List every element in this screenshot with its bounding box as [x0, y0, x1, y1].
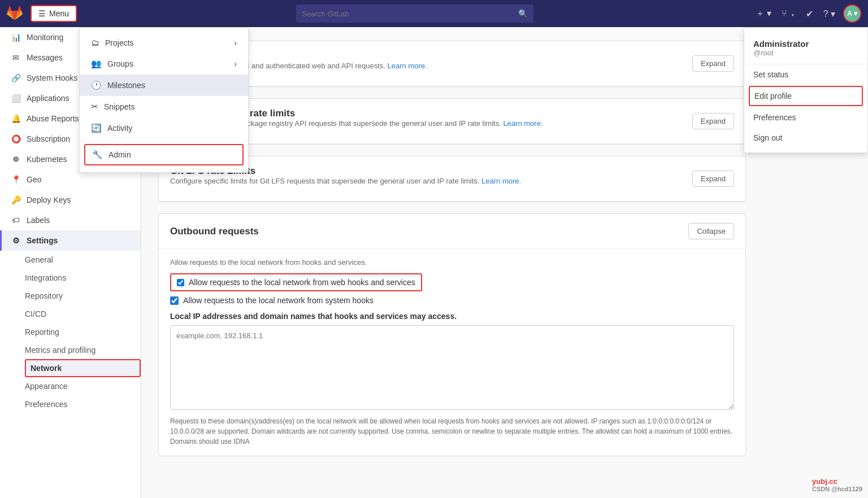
projects-icon: 🗂	[91, 38, 99, 47]
ip-rate-limits-learn-more[interactable]: Learn more.	[388, 62, 427, 70]
watermark-main: yubj.cc	[812, 477, 837, 486]
abuse-icon: 🔔	[11, 114, 21, 123]
sub-integrations[interactable]: Integrations	[25, 269, 141, 287]
sub-network[interactable]: Network	[25, 359, 141, 377]
groups-icon: 👥	[91, 59, 102, 69]
kubernetes-label: Kubernetes	[27, 155, 67, 164]
git-lfs-desc: Configure specific limits for Git LFS re…	[170, 177, 521, 185]
labels-label: Labels	[27, 216, 50, 225]
registry-learn-more[interactable]: Learn more.	[503, 119, 542, 128]
sidebar-item-settings[interactable]: ⚙ Settings	[0, 230, 141, 251]
system-hooks-icon: 🔗	[11, 73, 21, 82]
sub-reporting[interactable]: Reporting	[25, 323, 141, 341]
search-icon: 🔍	[518, 9, 528, 18]
local-ip-textarea[interactable]	[170, 325, 734, 410]
registry-expand-btn[interactable]: Expand	[692, 113, 734, 129]
groups-label: Groups	[107, 59, 133, 68]
edit-profile-item[interactable]: Edit profile	[749, 86, 863, 106]
system-hooks-checkbox-row: Allow requests to the local network from…	[170, 296, 734, 305]
user-avatar-button[interactable]: A ▾	[843, 5, 861, 23]
sub-cicd[interactable]: CI/CD	[25, 305, 141, 323]
user-info: Administrator @root	[744, 32, 867, 64]
git-lfs-learn-more[interactable]: Learn more.	[481, 177, 521, 185]
settings-label: Settings	[27, 236, 58, 245]
webhooks-label: Allow requests to the local network from…	[189, 278, 415, 287]
search-bar: 🔍	[296, 5, 533, 23]
menu-item-milestones[interactable]: 🕐 Milestones	[80, 75, 248, 96]
arrow-icon: ›	[234, 38, 237, 47]
menu-label: Menu	[49, 9, 69, 18]
settings-icon: ⚙	[11, 236, 21, 245]
monitoring-label: Monitoring	[27, 33, 63, 42]
geo-icon: 📍	[11, 175, 21, 184]
messages-label: Messages	[27, 53, 63, 62]
arrow-icon-groups: ›	[234, 59, 237, 68]
snippets-label: Snippets	[104, 102, 134, 111]
subscription-label: Subscription	[27, 134, 70, 143]
todos-button[interactable]: ✔	[804, 6, 815, 21]
local-ip-label: Local IP addresses and domain names that…	[170, 312, 734, 321]
deploy-keys-label: Deploy Keys	[27, 195, 71, 204]
merge-requests-button[interactable]: ⑂ ▾	[779, 6, 797, 21]
sub-metrics[interactable]: Metrics and profiling	[25, 341, 141, 359]
webhooks-checkbox[interactable]	[177, 279, 184, 286]
system-hooks-label: System Hooks	[27, 73, 77, 82]
milestones-label: Milestones	[107, 81, 145, 90]
admin-label: Admin	[108, 150, 131, 159]
set-status-item[interactable]: Set status	[744, 64, 867, 85]
system-hooks-checkbox[interactable]	[170, 296, 179, 305]
preferences-item[interactable]: Preferences	[744, 107, 867, 128]
menu-item-snippets[interactable]: ✂ Snippets	[80, 96, 248, 117]
menu-item-activity[interactable]: 🔄 Activity	[80, 117, 248, 139]
sub-preferences[interactable]: Preferences	[25, 395, 141, 413]
applications-label: Applications	[27, 94, 70, 103]
menu-divider	[80, 141, 248, 142]
labels-icon: 🏷	[11, 216, 21, 225]
abuse-label: Abuse Reports	[27, 114, 79, 123]
outbound-collapse-btn[interactable]: Collapse	[688, 223, 734, 239]
menu-button[interactable]: ☰ Menu	[31, 5, 77, 22]
deploy-keys-icon: 🔑	[11, 195, 21, 204]
milestones-icon: 🕐	[91, 80, 102, 90]
watermark-sub: CSDN @hcd1129	[812, 486, 862, 492]
outbound-body: Allow requests to the local network from…	[159, 249, 745, 456]
navbar-actions: ＋ ▾ ⑂ ▾ ✔ ? ▾ A ▾	[753, 5, 861, 23]
system-hooks-label: Allow requests to the local network from…	[183, 296, 374, 305]
geo-label: Geo	[27, 175, 41, 184]
navbar: ☰ Menu 🔍 ＋ ▾ ⑂ ▾ ✔ ? ▾ A ▾	[0, 0, 868, 27]
webhooks-checkbox-row: Allow requests to the local network from…	[170, 273, 422, 291]
applications-icon: ⬜	[11, 94, 21, 103]
ip-rate-limits-expand-btn[interactable]: Expand	[692, 55, 734, 72]
hamburger-icon: ☰	[38, 9, 46, 18]
local-ip-note: Requests to these domain(s)/address(es) …	[170, 416, 734, 447]
user-name: Administrator	[753, 39, 858, 49]
menu-item-groups[interactable]: 👥 Groups ›	[80, 53, 248, 75]
help-button[interactable]: ? ▾	[821, 6, 837, 21]
search-container: 🔍	[83, 5, 748, 23]
outbound-title: Outbound requests	[170, 226, 259, 237]
user-dropdown: Administrator @root Set status Edit prof…	[744, 27, 868, 153]
sub-repository[interactable]: Repository	[25, 287, 141, 305]
kubernetes-icon: ☸	[11, 155, 21, 164]
activity-icon: 🔄	[91, 123, 102, 133]
admin-icon: 🔧	[92, 150, 103, 160]
sign-out-item[interactable]: Sign out	[744, 128, 867, 148]
section-outbound-requests: Outbound requests Collapse Allow request…	[158, 213, 746, 456]
monitoring-icon: 📊	[11, 33, 21, 42]
git-lfs-expand-btn[interactable]: Expand	[692, 171, 734, 187]
section-outbound-header: Outbound requests Collapse	[159, 214, 745, 249]
activity-label: Activity	[107, 124, 132, 133]
snippets-icon: ✂	[91, 102, 98, 112]
menu-item-admin[interactable]: 🔧 Admin	[84, 144, 244, 165]
outbound-desc: Allow requests to the local network from…	[170, 258, 734, 267]
sidebar-item-labels[interactable]: 🏷 Labels	[0, 210, 141, 230]
subscription-icon: ⭕	[11, 134, 21, 143]
sub-general[interactable]: General	[25, 251, 141, 269]
new-item-button[interactable]: ＋ ▾	[753, 6, 774, 22]
mega-menu: 🗂 Projects › 👥 Groups › 🕐 Milestones ✂ S…	[79, 27, 249, 173]
menu-item-projects[interactable]: 🗂 Projects ›	[80, 32, 248, 53]
sidebar-item-deploy-keys[interactable]: 🔑 Deploy Keys	[0, 190, 141, 210]
sub-appearance[interactable]: Appearance	[25, 377, 141, 395]
search-input[interactable]	[302, 10, 518, 18]
watermark: yubj.cc CSDN @hcd1129	[812, 477, 862, 492]
